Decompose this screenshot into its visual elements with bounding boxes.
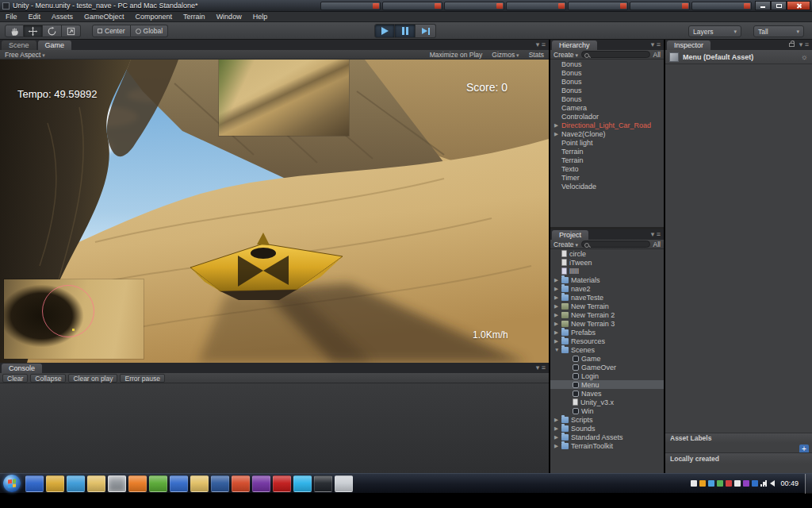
menu-item[interactable]: Window — [211, 12, 247, 21]
play-button[interactable] — [374, 24, 395, 38]
step-button[interactable] — [416, 24, 436, 38]
project-item[interactable]: ▶ Materials — [550, 275, 664, 284]
hierarchy-item[interactable]: Velocidade — [550, 182, 664, 190]
fold-arrow-icon[interactable]: ▶ — [554, 338, 561, 344]
fold-arrow-icon[interactable]: ▶ — [554, 329, 561, 336]
project-item[interactable]: Unity_v3.x — [550, 398, 664, 406]
taskbar-app-8[interactable] — [170, 475, 188, 492]
hierarchy-item[interactable]: Controlador — [550, 112, 664, 121]
move-tool-button[interactable] — [24, 25, 43, 37]
project-item[interactable]: ▶ Resources — [550, 337, 664, 345]
panel-menu-icon[interactable] — [536, 40, 546, 48]
taskbar-app-10[interactable] — [211, 475, 229, 492]
menu-item[interactable]: Edit — [23, 12, 47, 21]
project-item[interactable]: ▶ Sounds — [550, 424, 664, 433]
menu-item[interactable]: Help — [247, 12, 274, 21]
tray-icon-7[interactable] — [743, 480, 749, 487]
project-item[interactable]: ▶ New Terrain 3 — [550, 319, 664, 328]
tray-icon-5[interactable] — [726, 480, 732, 487]
background-window-fragment[interactable] — [382, 2, 442, 10]
taskbar-app-9[interactable] — [190, 475, 209, 492]
hierarchy-item[interactable]: Bonus — [550, 77, 664, 86]
project-item[interactable]: iTween — [550, 258, 664, 267]
fold-arrow-icon[interactable]: ▶ — [554, 434, 561, 441]
rotate-tool-button[interactable] — [43, 25, 62, 37]
tab-hierarchy[interactable]: Hierarchy — [552, 40, 597, 50]
background-window-fragment[interactable] — [320, 2, 381, 10]
project-create-button[interactable]: Create — [553, 241, 578, 248]
tab-inspector[interactable]: Inspector — [667, 40, 710, 50]
tab-project[interactable]: Project — [552, 230, 588, 240]
stats-toggle[interactable]: Stats — [529, 51, 544, 59]
taskbar-app-14[interactable] — [293, 475, 312, 492]
taskbar-app-12[interactable] — [252, 475, 270, 492]
hierarchy-item[interactable]: Camera — [550, 103, 664, 112]
fold-arrow-icon[interactable]: ▶ — [554, 417, 561, 423]
tab-game[interactable]: Game — [38, 40, 72, 50]
fold-arrow-icon[interactable]: ▶ — [554, 443, 561, 449]
panel-menu-icon[interactable] — [536, 364, 546, 371]
background-window-fragment[interactable] — [444, 2, 504, 10]
project-item[interactable]: ▶ New Terrain 2 — [550, 310, 664, 319]
taskbar-app-15[interactable] — [314, 475, 332, 492]
hierarchy-item[interactable]: Bonus — [550, 86, 664, 94]
menu-item[interactable]: Assets — [46, 12, 79, 21]
project-item[interactable]: Win — [550, 406, 664, 415]
lock-icon[interactable] — [789, 43, 795, 47]
menu-item[interactable]: Terrain — [178, 12, 211, 21]
gizmos-dropdown[interactable]: Gizmos — [492, 51, 519, 59]
background-window-fragment[interactable] — [568, 2, 628, 10]
taskbar-app-1[interactable] — [25, 475, 44, 492]
menu-item[interactable]: File — [0, 12, 23, 21]
background-window-fragment[interactable] — [506, 2, 566, 10]
tray-icon-3[interactable] — [708, 480, 714, 487]
space-toggle-button[interactable]: Global — [131, 25, 169, 37]
hierarchy-item[interactable]: ▶ Directional_Light_Car_Road — [550, 121, 664, 129]
pause-button[interactable] — [395, 24, 416, 38]
maximize-button[interactable] — [771, 1, 787, 10]
fold-arrow-icon[interactable]: ▶ — [554, 122, 561, 129]
project-item[interactable]: ▶ Standard Assets — [550, 433, 664, 441]
background-window-fragment[interactable] — [630, 2, 690, 10]
pivot-toggle-button[interactable]: Center — [92, 25, 131, 37]
hierarchy-item[interactable]: Point light — [550, 138, 664, 147]
project-item[interactable]: ▼ Scenes — [550, 345, 664, 354]
taskbar-app-2[interactable] — [46, 475, 64, 492]
project-item[interactable]: circle — [550, 249, 664, 258]
gear-icon[interactable] — [801, 52, 808, 61]
volume-icon[interactable] — [770, 480, 775, 487]
hierarchy-item[interactable]: ▶ Nave2(Clone) — [550, 129, 664, 138]
panel-menu-icon[interactable] — [799, 40, 809, 48]
tab-scene[interactable]: Scene — [2, 40, 36, 50]
project-item[interactable]: Login — [550, 371, 664, 380]
taskbar-app-unity[interactable] — [108, 475, 126, 492]
project-item[interactable]: ▶ New Terrain — [550, 302, 664, 310]
hierarchy-search-input[interactable] — [581, 51, 650, 58]
console-toolbar-button[interactable]: Clear — [2, 374, 28, 383]
project-item[interactable]: Game — [550, 354, 664, 363]
console-log-area[interactable] — [0, 383, 549, 473]
project-search-input[interactable] — [581, 241, 650, 248]
menu-item[interactable]: GameObject — [79, 12, 130, 21]
project-item[interactable]: Naves — [550, 389, 664, 398]
taskbar-app-4[interactable] — [87, 475, 105, 492]
menu-item[interactable]: Component — [130, 12, 178, 21]
project-item[interactable]: GameOver — [550, 363, 664, 371]
fold-arrow-icon[interactable]: ▶ — [554, 131, 561, 137]
show-desktop-button[interactable] — [805, 474, 812, 494]
project-item[interactable]: ▶ TerrainToolkit — [550, 441, 664, 450]
project-item[interactable]: ▶ naveTeste — [550, 293, 664, 302]
hierarchy-item[interactable]: Texto — [550, 164, 664, 173]
hierarchy-item[interactable]: Terrain — [550, 156, 664, 164]
scale-tool-button[interactable] — [62, 25, 81, 37]
close-button[interactable] — [787, 1, 810, 10]
fold-arrow-icon[interactable]: ▶ — [554, 321, 561, 327]
fold-arrow-icon[interactable]: ▶ — [554, 303, 561, 310]
start-button[interactable] — [3, 475, 21, 492]
tray-icon-4[interactable] — [717, 480, 723, 487]
hierarchy-filter-all[interactable]: All — [653, 51, 661, 59]
hierarchy-item[interactable]: Timer — [550, 173, 664, 182]
taskbar-app-16[interactable] — [335, 475, 353, 492]
background-window-fragment[interactable] — [691, 2, 752, 10]
asset-labels-section[interactable]: Asset Labels — [665, 433, 812, 443]
